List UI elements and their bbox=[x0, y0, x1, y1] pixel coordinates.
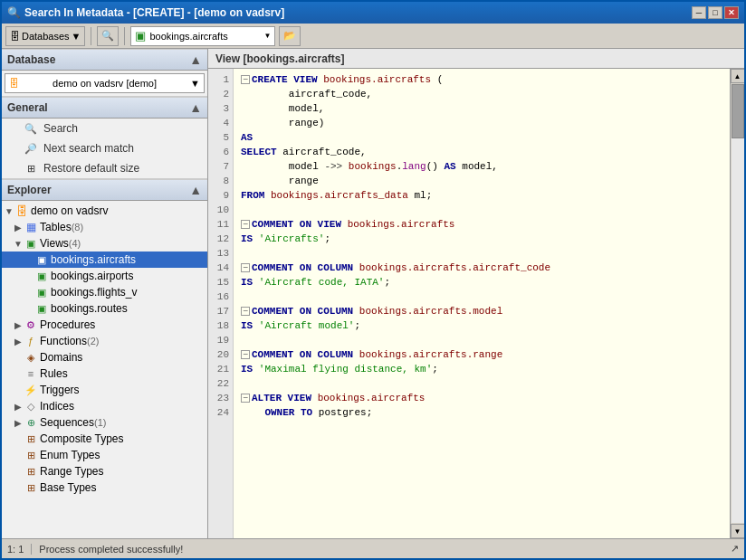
scroll-thumb[interactable] bbox=[732, 84, 744, 138]
maximize-button[interactable]: □ bbox=[708, 6, 722, 19]
root-db-icon: 🗄 bbox=[14, 204, 29, 218]
general-section: General ▲ 🔍 Search 🔎 Next search match ⊞… bbox=[2, 97, 207, 179]
next-search-menu-item[interactable]: 🔎 Next search match bbox=[2, 138, 207, 158]
search-menu-label: Search bbox=[43, 122, 78, 135]
tables-icon: ▦ bbox=[24, 220, 38, 234]
fold-icon-14[interactable]: − bbox=[241, 263, 250, 272]
db-select-icon: 🗄 bbox=[9, 78, 19, 89]
close-button[interactable]: ✕ bbox=[724, 6, 739, 19]
fold-icon-1[interactable]: − bbox=[241, 75, 250, 84]
status-bar: 1: 1 Process completed successfully! ↗ bbox=[2, 538, 744, 558]
db-select-value: demo on vadsrv [demo] bbox=[53, 78, 157, 89]
range-types-expand bbox=[13, 466, 24, 477]
db-select-dropdown[interactable]: 🗄 demo on vadsrv [demo] ▼ bbox=[5, 73, 205, 93]
title-bar: 🔍 Search In Metadata - [CREATE] - [demo … bbox=[2, 2, 744, 24]
code-line-10 bbox=[241, 203, 722, 217]
minimize-button[interactable]: ─ bbox=[692, 6, 706, 19]
restore-size-menu-item[interactable]: ⊞ Restore default size bbox=[2, 158, 207, 178]
rules-expand-icon bbox=[13, 368, 24, 379]
tables-count: (8) bbox=[72, 222, 83, 233]
range-types-item[interactable]: ⊞ Range Types bbox=[2, 463, 207, 479]
code-line-3: model, bbox=[241, 101, 722, 116]
functions-item[interactable]: ▶ ƒ Functions (2) bbox=[2, 333, 207, 349]
explorer-section-collapse[interactable]: ▲ bbox=[189, 183, 202, 197]
composite-types-item[interactable]: ⊞ Composite Types bbox=[2, 431, 207, 447]
scroll-up-btn[interactable]: ▲ bbox=[731, 69, 745, 83]
window-title: Search In Metadata - [CREATE] - [demo on… bbox=[24, 6, 284, 19]
fold-icon-20[interactable]: − bbox=[241, 350, 250, 359]
base-types-item[interactable]: ⊞ Base Types bbox=[2, 479, 207, 496]
open-button[interactable]: 📂 bbox=[279, 26, 301, 46]
code-line-20: −COMMENT ON COLUMN bookings.aircrafts.ra… bbox=[241, 347, 722, 362]
sequences-count: (1) bbox=[94, 417, 106, 428]
scroll-down-btn[interactable]: ▼ bbox=[731, 524, 745, 538]
sequences-icon: ⊕ bbox=[24, 415, 38, 430]
app-icon: 🔍 bbox=[7, 6, 21, 19]
magnifier-icon: 🔍 bbox=[101, 30, 114, 42]
db-select-arrow: ▼ bbox=[190, 78, 200, 89]
code-line-16 bbox=[241, 289, 722, 304]
databases-label: Databases bbox=[22, 31, 70, 42]
next-search-menu-icon: 🔎 bbox=[24, 141, 38, 156]
object-dropdown[interactable]: ▣ bookings.aircrafts ▼ bbox=[130, 26, 275, 46]
general-section-collapse[interactable]: ▲ bbox=[189, 100, 202, 115]
view-flights-item[interactable]: ▣ bookings.flights_v bbox=[2, 284, 207, 300]
view-airports-label: bookings.airports bbox=[51, 270, 133, 282]
database-section-header: Database ▲ bbox=[2, 49, 207, 71]
code-line-6: SELECT aircraft_code, bbox=[241, 145, 722, 159]
code-line-1: −CREATE VIEW bookings.aircrafts ( bbox=[241, 72, 722, 87]
view-aircrafts-item[interactable]: ▣ bookings.aircrafts bbox=[2, 252, 207, 268]
explorer-section-title: Explorer bbox=[7, 184, 52, 196]
triggers-expand-icon bbox=[13, 384, 24, 395]
views-item[interactable]: ▼ ▣ Views (4) bbox=[2, 235, 207, 252]
views-label: Views bbox=[40, 237, 69, 250]
search-menu-item[interactable]: 🔍 Search bbox=[2, 119, 207, 138]
code-line-17: −COMMENT ON COLUMN bookings.aircrafts.mo… bbox=[241, 304, 722, 318]
database-section-collapse[interactable]: ▲ bbox=[189, 52, 202, 67]
view-routes-icon: ▣ bbox=[34, 301, 49, 316]
indices-item[interactable]: ▶ ◇ Indices bbox=[2, 398, 207, 414]
search-icon-btn[interactable]: 🔍 bbox=[97, 26, 119, 46]
fold-icon-11[interactable]: − bbox=[241, 220, 250, 229]
functions-count: (2) bbox=[87, 336, 99, 346]
explorer-section-header: Explorer ▲ bbox=[2, 179, 207, 201]
line-num-9: 9 bbox=[208, 188, 233, 203]
rules-item[interactable]: ≡ Rules bbox=[2, 365, 207, 382]
views-icon: ▣ bbox=[24, 236, 38, 251]
sequences-item[interactable]: ▶ ⊕ Sequences (1) bbox=[2, 414, 207, 431]
view-icon-small: ▣ bbox=[135, 29, 146, 43]
databases-button[interactable]: 🗄 Databases ▼ bbox=[5, 26, 85, 46]
code-line-22 bbox=[241, 376, 722, 391]
enum-types-item[interactable]: ⊞ Enum Types bbox=[2, 447, 207, 463]
tree-root[interactable]: ▼ 🗄 demo on vadsrv bbox=[2, 203, 207, 219]
functions-expand-icon: ▶ bbox=[13, 336, 24, 346]
domains-item[interactable]: ◈ Domains bbox=[2, 349, 207, 365]
view-routes-item[interactable]: ▣ bookings.routes bbox=[2, 300, 207, 317]
code-line-2: aircraft_code, bbox=[241, 87, 722, 101]
view-flights-label: bookings.flights_v bbox=[51, 286, 137, 299]
fold-icon-17[interactable]: − bbox=[241, 307, 250, 316]
next-search-menu-label: Next search match bbox=[43, 142, 134, 155]
line-num-14: 14 bbox=[208, 261, 233, 275]
view-airports-item[interactable]: ▣ bookings.airports bbox=[2, 268, 207, 284]
triggers-item[interactable]: ⚡ Triggers bbox=[2, 382, 207, 398]
triggers-icon: ⚡ bbox=[24, 383, 38, 397]
tables-item[interactable]: ▶ ▦ Tables (8) bbox=[2, 219, 207, 235]
toolbar-sep-2 bbox=[124, 27, 125, 45]
procedures-item[interactable]: ▶ ⚙ Procedures bbox=[2, 317, 207, 333]
view-aircrafts-expand bbox=[24, 254, 34, 265]
fold-icon-23[interactable]: − bbox=[241, 394, 250, 403]
code-line-13 bbox=[241, 246, 722, 261]
triggers-label: Triggers bbox=[40, 384, 80, 396]
line-num-19: 19 bbox=[208, 333, 233, 347]
procedures-icon: ⚙ bbox=[24, 318, 38, 332]
code-editor[interactable]: −CREATE VIEW bookings.aircrafts ( aircra… bbox=[234, 69, 730, 538]
code-line-19 bbox=[241, 333, 722, 347]
enum-types-label: Enum Types bbox=[40, 449, 100, 461]
code-scrollbar-v[interactable]: ▲ ▼ bbox=[730, 69, 744, 538]
indices-expand-icon: ▶ bbox=[13, 401, 24, 412]
line-num-8: 8 bbox=[208, 174, 233, 188]
object-dropdown-value: bookings.aircrafts bbox=[149, 31, 227, 42]
code-line-11: −COMMENT ON VIEW bookings.aircrafts bbox=[241, 217, 722, 232]
code-line-18: IS 'Aircraft model'; bbox=[241, 318, 722, 333]
